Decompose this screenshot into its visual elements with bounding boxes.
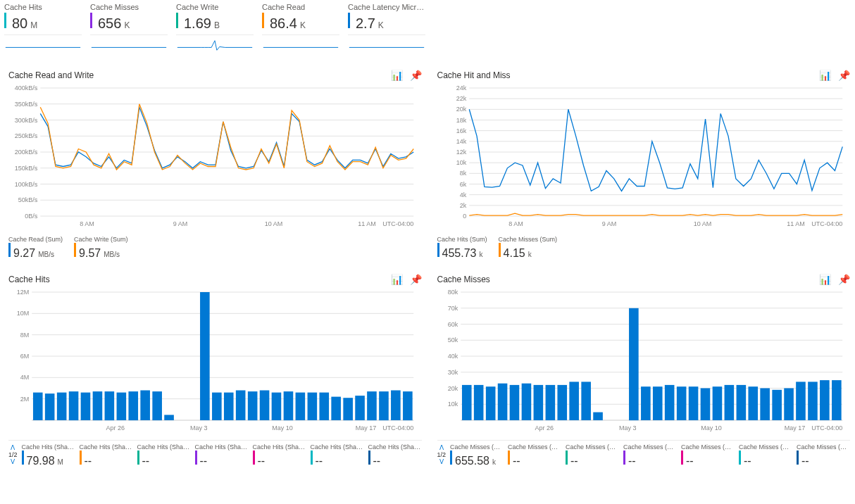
svg-text:10 AM: 10 AM [693,220,711,227]
pin-icon[interactable]: 📌 [838,274,850,285]
kpi-2[interactable]: Cache Write 1.69 B [176,3,254,56]
svg-text:UTC-04:00: UTC-04:00 [382,424,413,431]
shard-item[interactable]: Cache Hits (Shard 1)... -- [80,443,133,467]
legend-item[interactable]: Cache Hits (Sum) 455.73 k [437,236,487,260]
svg-text:8M: 8M [20,332,30,339]
shard-unit: M [58,458,63,466]
shard-item[interactable]: Cache Misses (Shard ... 655.58 k [450,443,504,467]
svg-rect-149 [796,382,806,420]
shard-color-bar [450,451,452,465]
svg-text:2M: 2M [20,396,30,403]
svg-rect-90 [284,391,294,420]
chart-title: Cache Hits [8,275,50,284]
chart-hits: Cache Hits 📊 📌 2M4M6M8M10M12MApr 26May 3… [4,271,426,472]
svg-text:30k: 30k [447,369,458,376]
kpi-unit: K [300,20,306,30]
shard-item[interactable]: Cache Hits (Shard 0)... 79.98 M [22,443,75,467]
kpi-sparkline [262,34,339,56]
legend-item[interactable]: Cache Read (Sum) 9.27 MB/s [8,236,63,260]
shard-color-bar [368,451,370,465]
svg-rect-125 [485,386,495,420]
svg-text:9 AM: 9 AM [173,220,188,227]
kpi-1[interactable]: Cache Misses 656 K [90,3,168,56]
chart-actions: 📊 📌 [391,70,422,81]
svg-text:UTC-04:00: UTC-04:00 [382,220,413,227]
shard-item[interactable]: Cache Hits (Shard 6)... -- [368,443,422,467]
svg-text:60k: 60k [447,321,458,328]
legend-item[interactable]: Cache Misses (Sum) 4.15 k [499,236,558,260]
svg-rect-80 [140,391,150,421]
svg-rect-126 [497,384,507,420]
svg-rect-131 [557,385,567,420]
shard-value: -- [801,455,809,467]
shard-item[interactable]: Cache Hits (Shard 5)... -- [311,443,364,467]
svg-text:6M: 6M [20,353,30,360]
chevron-down-icon[interactable]: ᐯ [437,459,447,466]
svg-rect-150 [808,382,818,420]
svg-text:12M: 12M [17,289,30,296]
shard-color-bar [797,451,799,465]
legend-label: Cache Misses (Sum) [499,236,558,243]
svg-rect-140 [688,386,698,420]
pin-icon[interactable]: 📌 [838,70,850,81]
kpi-3[interactable]: Cache Read 86.4 K [262,3,339,56]
svg-text:8 AM: 8 AM [80,220,94,227]
bar-chart-icon[interactable]: 📊 [819,274,831,285]
legend-item[interactable]: Cache Write (Sum) 9.57 MB/s [74,236,127,260]
legend-pager[interactable]: ᐱ 1/2 ᐯ [8,445,18,466]
shard-color-bar [137,451,139,465]
svg-rect-87 [248,391,258,420]
bar-chart-icon[interactable]: 📊 [391,274,403,285]
kpi-sparkline [90,34,168,56]
kpi-value: 1.69 [184,15,211,32]
legend-label: Cache Write (Sum) [74,236,127,243]
shard-label: Cache Misses (Shard ... [797,443,850,451]
svg-rect-94 [331,397,341,420]
svg-rect-75 [81,393,91,420]
svg-text:10k: 10k [447,401,458,408]
svg-rect-144 [736,385,746,420]
shard-item[interactable]: Cache Misses (Shard ... -- [797,443,850,467]
shard-item[interactable]: Cache Hits (Shard 4)... -- [253,443,306,467]
shard-item[interactable]: Cache Hits (Shard 3)... -- [195,443,249,467]
svg-rect-86 [236,391,246,421]
svg-rect-137 [652,386,662,420]
chevron-down-icon[interactable]: ᐯ [8,459,18,466]
svg-rect-127 [509,385,519,420]
shard-item[interactable]: Cache Misses (Shard ... -- [623,443,677,467]
svg-text:250kB/s: 250kB/s [15,132,38,139]
legend-label: Cache Read (Sum) [8,236,63,243]
legend-value: 4.15 [504,247,525,260]
legend-unit: k [479,251,482,258]
shard-item[interactable]: Cache Misses (Shard ... -- [508,443,561,467]
shard-item[interactable]: Cache Misses (Shard ... -- [681,443,735,467]
kpi-4[interactable]: Cache Latency Microsecor 2.7 K [348,3,425,56]
shard-color-bar [623,451,625,465]
legend-pager[interactable]: ᐱ 1/2 ᐯ [437,445,447,466]
shard-item[interactable]: Cache Hits (Shard 2)... -- [137,443,191,467]
shard-value: -- [373,455,381,467]
svg-rect-143 [724,385,734,420]
kpi-sparkline [348,34,425,56]
svg-text:50k: 50k [447,336,458,344]
pin-icon[interactable]: 📌 [410,274,422,285]
svg-rect-135 [629,308,639,420]
shard-legend-hits: ᐱ 1/2 ᐯ Cache Hits (Shard 0)... 79.98 M … [8,440,422,467]
shard-item[interactable]: Cache Misses (Shard ... -- [566,443,619,467]
legend-unit: MB/s [38,251,54,258]
svg-text:16k: 16k [456,127,466,134]
bar-chart-icon[interactable]: 📊 [391,70,403,81]
pin-icon[interactable]: 📌 [410,70,422,81]
shard-color-bar [311,451,313,465]
bar-chart-icon[interactable]: 📊 [819,70,831,81]
chart-plot-misses: 10k20k30k40k50k60k70k80kApr 26May 3May 1… [437,288,851,436]
legend-value: 9.27 [13,247,35,260]
legend-color-bar [8,243,11,257]
kpi-0[interactable]: Cache Hits 80 M [4,3,82,56]
svg-rect-98 [379,391,389,420]
kpi-title: Cache Read [262,3,339,11]
shard-item[interactable]: Cache Misses (Shard ... -- [739,443,792,467]
legend-color-bar [437,243,439,257]
svg-rect-89 [272,393,282,420]
svg-text:11 AM: 11 AM [787,220,805,227]
